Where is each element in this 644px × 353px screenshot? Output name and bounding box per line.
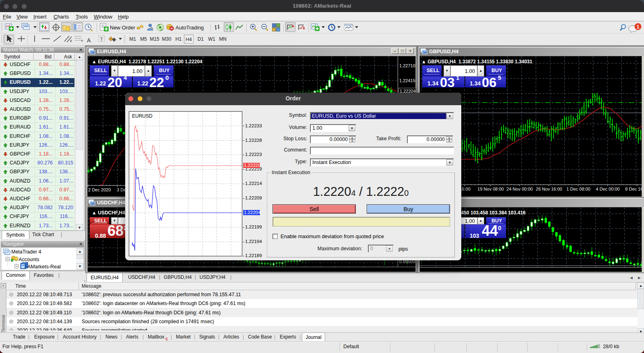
svg-text:T: T [100, 37, 103, 42]
svg-text:E: E [70, 39, 72, 42]
svg-text:F: F [81, 39, 83, 42]
svg-text:1: 1 [637, 24, 640, 30]
